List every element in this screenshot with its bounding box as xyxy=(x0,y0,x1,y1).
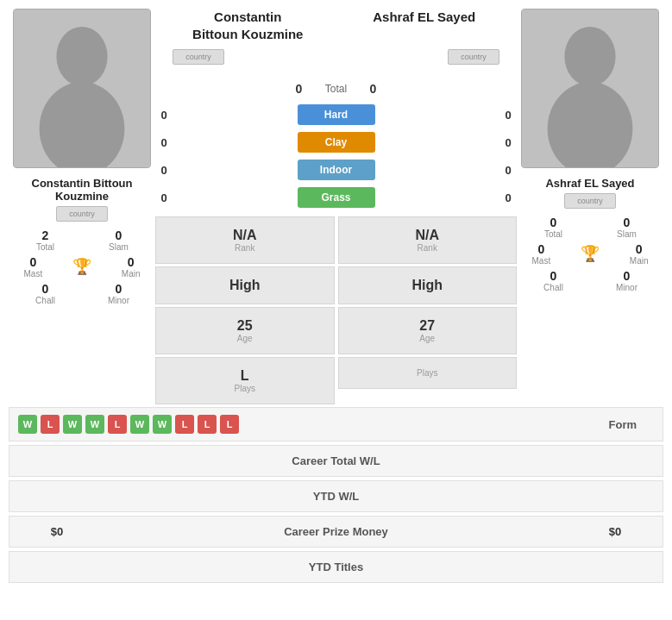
left-player-area: Constantin BittounKouzmine country 2 Tot… xyxy=(9,9,155,407)
right-chall-lbl: Chall xyxy=(543,283,563,292)
left-total-cell: 2 Total xyxy=(9,229,82,252)
left-chall-cell: 0 Chall xyxy=(9,282,82,305)
right-stats-row1: 0 Total 0 Slam xyxy=(517,216,663,239)
form-label: Form xyxy=(609,418,655,431)
left-main-val: 0 xyxy=(128,255,135,269)
left-mast-cell: 0 Mast xyxy=(9,255,58,279)
left-player-photo xyxy=(13,9,151,168)
career-prize-vals: $0 Career Prize Money $0 xyxy=(22,525,650,538)
left-stats-row3: 0 Chall 0 Minor xyxy=(9,282,155,305)
career-prize-left: $0 xyxy=(22,525,91,538)
left-country-img: country xyxy=(56,206,108,222)
career-total-label: Career Total W/L xyxy=(292,454,380,467)
form-badge-l: L xyxy=(41,415,60,434)
form-badges: WLWWLWWLLL xyxy=(18,415,239,434)
grass-left-val: 0 xyxy=(155,191,173,204)
clay-left-val: 0 xyxy=(155,136,173,149)
right-mast-val: 0 xyxy=(537,242,544,256)
right-chall-val: 0 xyxy=(550,269,557,283)
right-total-cell: 0 Total xyxy=(517,216,590,239)
right-silhouette-icon xyxy=(522,9,658,168)
form-badge-w: W xyxy=(85,415,104,434)
left-rank-val: N/A xyxy=(163,228,327,243)
right-rank-val: N/A xyxy=(346,228,510,243)
hard-right-val: 0 xyxy=(499,109,517,122)
right-high-val: High xyxy=(346,278,510,293)
left-plays-lbl: Plays xyxy=(163,384,327,393)
right-minor-val: 0 xyxy=(624,269,631,283)
form-badge-w: W xyxy=(18,415,37,434)
left-slam-val: 0 xyxy=(116,229,122,242)
left-stats-row2: 0 Mast 🏆 0 Main xyxy=(9,255,155,279)
main-compare: Constantin BittounKouzmine country 2 Tot… xyxy=(9,9,663,407)
left-trophy-cell: 🏆 xyxy=(58,255,107,279)
hard-button[interactable]: Hard xyxy=(298,104,375,125)
form-badge-l: L xyxy=(220,415,239,434)
left-rank-lbl: Rank xyxy=(163,243,327,253)
clay-button[interactable]: Clay xyxy=(298,132,375,153)
indoor-row: 0 Indoor 0 xyxy=(155,158,517,182)
right-trophy-cell: 🏆 xyxy=(566,242,615,266)
left-player-name: Constantin BittounKouzmine xyxy=(32,177,133,203)
right-slam-val: 0 xyxy=(624,216,631,229)
left-stats-row1: 2 Total 0 Slam xyxy=(9,229,155,252)
right-country-img: country xyxy=(564,193,616,209)
ytd-wl-label: YTD W/L xyxy=(313,490,359,503)
left-slam-cell: 0 Slam xyxy=(82,229,155,252)
form-section: WLWWLWWLLL Form xyxy=(9,407,663,442)
career-prize-label: Career Prize Money xyxy=(284,525,388,538)
indoor-button[interactable]: Indoor xyxy=(298,160,375,180)
total-label: Total xyxy=(315,83,358,95)
right-player-photo xyxy=(521,9,659,168)
right-stats-row3: 0 Chall 0 Minor xyxy=(517,269,663,292)
left-high-block: High xyxy=(155,266,335,304)
indoor-right-val: 0 xyxy=(499,164,517,177)
career-prize-row: $0 Career Prize Money $0 xyxy=(9,516,663,548)
right-age-val: 27 xyxy=(346,318,510,334)
left-main-lbl: Main xyxy=(122,269,141,279)
grass-right-val: 0 xyxy=(499,191,517,204)
career-prize-right: $0 xyxy=(581,525,650,538)
clay-right-val: 0 xyxy=(499,136,517,149)
right-trophy-icon: 🏆 xyxy=(581,244,600,263)
indoor-left-val: 0 xyxy=(155,164,173,177)
right-age-block: 27 Age xyxy=(338,307,518,354)
right-mast-cell: 0 Mast xyxy=(517,242,566,266)
center-right-country: country xyxy=(448,49,499,65)
hard-row: 0 Hard 0 xyxy=(155,103,517,127)
left-slam-lbl: Slam xyxy=(109,242,129,252)
form-badge-w: W xyxy=(130,415,149,434)
right-player-area: Ashraf EL Sayed country 0 Total 0 Slam 0… xyxy=(517,9,663,407)
right-minor-lbl: Minor xyxy=(616,283,637,292)
grass-button[interactable]: Grass xyxy=(298,187,375,208)
center-area: ConstantinBittoun Kouzmine Ashraf EL Say… xyxy=(155,9,517,407)
left-chall-val: 0 xyxy=(42,282,49,296)
left-silhouette-icon xyxy=(14,9,150,168)
left-total-val: 2 xyxy=(42,229,49,242)
right-minor-cell: 0 Minor xyxy=(590,269,663,292)
right-plays-block: Plays xyxy=(338,357,518,389)
page-wrapper: Constantin BittounKouzmine country 2 Tot… xyxy=(0,0,672,620)
left-chall-lbl: Chall xyxy=(35,296,55,305)
right-player-name: Ashraf EL Sayed xyxy=(545,177,634,190)
right-main-val: 0 xyxy=(636,242,643,256)
svg-point-1 xyxy=(56,27,107,86)
ytd-titles-row: YTD Titles xyxy=(9,551,663,583)
left-minor-cell: 0 Minor xyxy=(82,282,155,305)
right-stats-row2: 0 Mast 🏆 0 Main xyxy=(517,242,663,266)
right-total-lbl: Total xyxy=(544,229,562,239)
grass-row: 0 Grass 0 xyxy=(155,185,517,210)
total-row: 0 Total 0 xyxy=(155,75,517,103)
right-slam-cell: 0 Slam xyxy=(590,216,663,239)
total-left-val: 0 xyxy=(291,82,308,96)
left-plays-val: L xyxy=(163,368,327,384)
form-badge-l: L xyxy=(198,415,217,434)
right-mast-lbl: Mast xyxy=(532,256,551,266)
form-badge-l: L xyxy=(108,415,127,434)
right-rank-block: N/A Rank xyxy=(338,216,518,264)
right-age-lbl: Age xyxy=(346,334,510,343)
left-minor-val: 0 xyxy=(116,282,122,296)
left-main-cell: 0 Main xyxy=(106,255,155,279)
center-left-country: country xyxy=(173,49,224,65)
total-right-val: 0 xyxy=(365,82,382,96)
